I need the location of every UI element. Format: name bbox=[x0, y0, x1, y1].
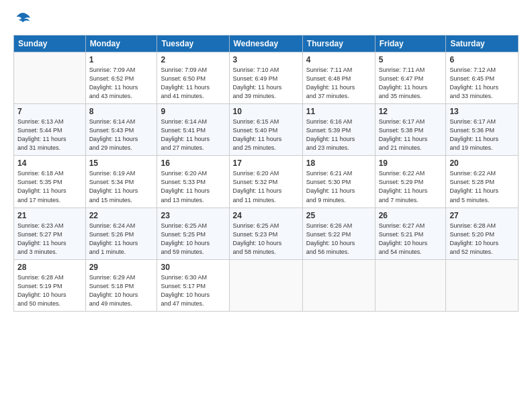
day-info: Sunrise: 7:09 AMSunset: 6:52 PMDaylight:… bbox=[89, 66, 154, 101]
calendar-cell: 18Sunrise: 6:21 AMSunset: 5:30 PMDayligh… bbox=[302, 156, 375, 208]
weekday-monday: Monday bbox=[85, 36, 157, 52]
calendar-cell: 20Sunrise: 6:22 AMSunset: 5:28 PMDayligh… bbox=[446, 156, 519, 208]
day-number: 7 bbox=[17, 107, 82, 116]
weekday-sunday: Sunday bbox=[14, 36, 86, 52]
day-number: 15 bbox=[89, 158, 154, 168]
day-info: Sunrise: 6:27 AMSunset: 5:21 PMDaylight:… bbox=[379, 222, 443, 257]
weekday-tuesday: Tuesday bbox=[157, 36, 229, 52]
calendar-cell: 26Sunrise: 6:27 AMSunset: 5:21 PMDayligh… bbox=[375, 208, 446, 259]
day-number: 10 bbox=[233, 107, 299, 116]
day-info: Sunrise: 7:11 AMSunset: 6:47 PMDaylight:… bbox=[379, 66, 443, 101]
week-row-2: 7Sunrise: 6:13 AMSunset: 5:44 PMDaylight… bbox=[14, 104, 519, 156]
day-number: 14 bbox=[17, 158, 82, 168]
day-number: 24 bbox=[233, 211, 299, 220]
day-info: Sunrise: 7:12 AMSunset: 6:45 PMDaylight:… bbox=[449, 66, 515, 101]
calendar-cell: 3Sunrise: 7:10 AMSunset: 6:49 PMDaylight… bbox=[229, 52, 302, 104]
day-number: 20 bbox=[449, 158, 515, 168]
calendar-cell: 29Sunrise: 6:29 AMSunset: 5:18 PMDayligh… bbox=[85, 259, 157, 311]
day-number: 2 bbox=[161, 55, 225, 64]
day-info: Sunrise: 6:25 AMSunset: 5:23 PMDaylight:… bbox=[233, 222, 299, 257]
calendar-cell: 2Sunrise: 7:09 AMSunset: 6:50 PMDaylight… bbox=[157, 52, 229, 104]
day-number: 1 bbox=[89, 55, 154, 64]
day-number: 29 bbox=[89, 263, 154, 272]
calendar-cell: 7Sunrise: 6:13 AMSunset: 5:44 PMDaylight… bbox=[14, 104, 86, 156]
weekday-wednesday: Wednesday bbox=[229, 36, 302, 52]
day-number: 25 bbox=[306, 211, 371, 220]
day-number: 28 bbox=[17, 263, 82, 272]
day-info: Sunrise: 6:18 AMSunset: 5:35 PMDaylight:… bbox=[17, 169, 82, 204]
day-info: Sunrise: 6:22 AMSunset: 5:28 PMDaylight:… bbox=[449, 169, 515, 204]
day-number: 9 bbox=[161, 107, 225, 116]
day-info: Sunrise: 6:23 AMSunset: 5:27 PMDaylight:… bbox=[17, 222, 82, 257]
calendar-cell bbox=[14, 52, 86, 104]
logo bbox=[13, 11, 34, 30]
day-number: 11 bbox=[306, 107, 371, 116]
day-number: 23 bbox=[161, 211, 225, 220]
week-row-1: 1Sunrise: 7:09 AMSunset: 6:52 PMDaylight… bbox=[14, 52, 519, 104]
day-number: 12 bbox=[379, 107, 443, 116]
day-number: 19 bbox=[379, 158, 443, 168]
calendar-cell: 22Sunrise: 6:24 AMSunset: 5:26 PMDayligh… bbox=[85, 208, 157, 259]
calendar-body: 1Sunrise: 7:09 AMSunset: 6:52 PMDaylight… bbox=[14, 52, 519, 312]
day-number: 16 bbox=[161, 158, 225, 168]
calendar-cell bbox=[302, 259, 375, 311]
calendar-cell: 1Sunrise: 7:09 AMSunset: 6:52 PMDaylight… bbox=[85, 52, 157, 104]
week-row-4: 21Sunrise: 6:23 AMSunset: 5:27 PMDayligh… bbox=[14, 208, 519, 259]
day-info: Sunrise: 6:24 AMSunset: 5:26 PMDaylight:… bbox=[89, 222, 154, 257]
calendar-cell: 6Sunrise: 7:12 AMSunset: 6:45 PMDaylight… bbox=[446, 52, 519, 104]
day-info: Sunrise: 6:20 AMSunset: 5:33 PMDaylight:… bbox=[161, 169, 225, 204]
calendar-cell: 10Sunrise: 6:15 AMSunset: 5:40 PMDayligh… bbox=[229, 104, 302, 156]
day-info: Sunrise: 6:17 AMSunset: 5:38 PMDaylight:… bbox=[379, 118, 443, 152]
weekday-thursday: Thursday bbox=[302, 36, 375, 52]
day-info: Sunrise: 6:16 AMSunset: 5:39 PMDaylight:… bbox=[306, 118, 371, 152]
day-info: Sunrise: 6:20 AMSunset: 5:32 PMDaylight:… bbox=[233, 169, 299, 204]
day-info: Sunrise: 6:30 AMSunset: 5:17 PMDaylight:… bbox=[161, 273, 225, 308]
day-info: Sunrise: 7:11 AMSunset: 6:48 PMDaylight:… bbox=[306, 66, 371, 101]
day-info: Sunrise: 6:13 AMSunset: 5:44 PMDaylight:… bbox=[17, 118, 82, 152]
day-info: Sunrise: 6:15 AMSunset: 5:40 PMDaylight:… bbox=[233, 118, 299, 152]
calendar-cell: 12Sunrise: 6:17 AMSunset: 5:38 PMDayligh… bbox=[375, 104, 446, 156]
calendar-cell: 27Sunrise: 6:28 AMSunset: 5:20 PMDayligh… bbox=[446, 208, 519, 259]
day-number: 3 bbox=[233, 55, 299, 64]
day-info: Sunrise: 6:17 AMSunset: 5:36 PMDaylight:… bbox=[449, 118, 515, 152]
day-info: Sunrise: 7:10 AMSunset: 6:49 PMDaylight:… bbox=[233, 66, 299, 101]
weekday-header-row: SundayMondayTuesdayWednesdayThursdayFrid… bbox=[14, 36, 519, 52]
day-number: 30 bbox=[161, 263, 225, 272]
day-number: 18 bbox=[306, 158, 371, 168]
calendar-cell: 15Sunrise: 6:19 AMSunset: 5:34 PMDayligh… bbox=[85, 156, 157, 208]
day-number: 6 bbox=[449, 55, 515, 64]
day-number: 8 bbox=[89, 107, 154, 116]
calendar-cell bbox=[446, 259, 519, 311]
calendar-cell: 17Sunrise: 6:20 AMSunset: 5:32 PMDayligh… bbox=[229, 156, 302, 208]
logo-icon bbox=[13, 11, 32, 30]
calendar-cell: 14Sunrise: 6:18 AMSunset: 5:35 PMDayligh… bbox=[14, 156, 86, 208]
calendar-cell: 13Sunrise: 6:17 AMSunset: 5:36 PMDayligh… bbox=[446, 104, 519, 156]
day-number: 21 bbox=[17, 211, 82, 220]
calendar-cell: 4Sunrise: 7:11 AMSunset: 6:48 PMDaylight… bbox=[302, 52, 375, 104]
day-info: Sunrise: 6:19 AMSunset: 5:34 PMDaylight:… bbox=[89, 169, 154, 204]
calendar-cell: 19Sunrise: 6:22 AMSunset: 5:29 PMDayligh… bbox=[375, 156, 446, 208]
calendar-cell bbox=[375, 259, 446, 311]
day-info: Sunrise: 6:21 AMSunset: 5:30 PMDaylight:… bbox=[306, 169, 371, 204]
calendar-cell: 23Sunrise: 6:25 AMSunset: 5:25 PMDayligh… bbox=[157, 208, 229, 259]
calendar-cell bbox=[229, 259, 302, 311]
day-info: Sunrise: 6:29 AMSunset: 5:18 PMDaylight:… bbox=[89, 273, 154, 308]
day-number: 26 bbox=[379, 211, 443, 220]
day-info: Sunrise: 7:09 AMSunset: 6:50 PMDaylight:… bbox=[161, 66, 225, 101]
calendar-cell: 30Sunrise: 6:30 AMSunset: 5:17 PMDayligh… bbox=[157, 259, 229, 311]
day-info: Sunrise: 6:28 AMSunset: 5:20 PMDaylight:… bbox=[449, 222, 515, 257]
day-number: 5 bbox=[379, 55, 443, 64]
day-number: 22 bbox=[89, 211, 154, 220]
week-row-5: 28Sunrise: 6:28 AMSunset: 5:19 PMDayligh… bbox=[14, 259, 519, 311]
weekday-saturday: Saturday bbox=[446, 36, 519, 52]
day-number: 27 bbox=[449, 211, 515, 220]
calendar-cell: 28Sunrise: 6:28 AMSunset: 5:19 PMDayligh… bbox=[14, 259, 86, 311]
calendar-cell: 8Sunrise: 6:14 AMSunset: 5:43 PMDaylight… bbox=[85, 104, 157, 156]
day-number: 13 bbox=[449, 107, 515, 116]
week-row-3: 14Sunrise: 6:18 AMSunset: 5:35 PMDayligh… bbox=[14, 156, 519, 208]
day-number: 17 bbox=[233, 158, 299, 168]
calendar-table: SundayMondayTuesdayWednesdayThursdayFrid… bbox=[13, 35, 519, 312]
weekday-friday: Friday bbox=[375, 36, 446, 52]
calendar-cell: 16Sunrise: 6:20 AMSunset: 5:33 PMDayligh… bbox=[157, 156, 229, 208]
calendar-cell: 21Sunrise: 6:23 AMSunset: 5:27 PMDayligh… bbox=[14, 208, 86, 259]
